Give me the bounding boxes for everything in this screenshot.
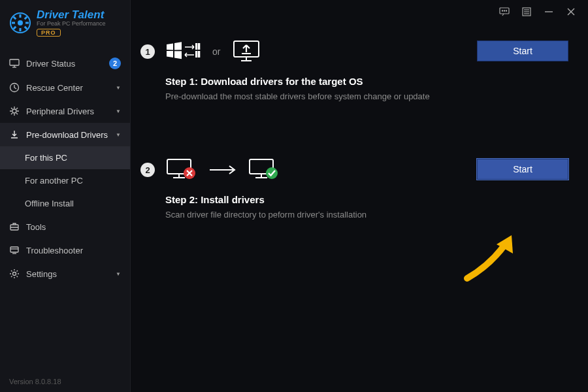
minimize-button[interactable]	[544, 7, 554, 17]
svg-rect-3	[20, 28, 22, 31]
svg-rect-2	[20, 14, 22, 18]
button-label: Start	[513, 46, 532, 56]
sidebar-item-peripheral-drivers[interactable]: Peripheral Drivers ▼	[0, 99, 130, 123]
svg-point-21	[502, 10, 502, 11]
os-switch-icon	[165, 41, 201, 63]
step-1-block: 1	[134, 37, 568, 103]
troubleshoot-icon	[9, 245, 20, 255]
step-2-start-button[interactable]: Start	[477, 159, 568, 180]
app-logo: Driver Talent For Peak PC Performance PR…	[0, 0, 130, 43]
annotation-arrow-icon	[461, 233, 519, 285]
svg-rect-32	[198, 43, 200, 50]
svg-rect-33	[195, 51, 197, 57]
close-button[interactable]	[566, 7, 576, 17]
sidebar-item-tools[interactable]: Tools	[0, 215, 130, 238]
pro-badge: PRO	[37, 29, 61, 37]
svg-point-1	[18, 20, 23, 25]
monitor-icon	[9, 58, 20, 69]
sidebar-item-label: Rescue Center	[26, 83, 109, 93]
arrow-right-icon	[208, 165, 236, 175]
sidebar-nav: Driver Status 2 Rescue Center ▼	[0, 51, 130, 371]
sidebar-item-troubleshooter[interactable]: Troubleshooter	[0, 238, 130, 262]
chevron-down-icon: ▼	[116, 85, 121, 91]
svg-point-23	[506, 10, 506, 11]
download-icon	[9, 129, 20, 140]
monitor-upload-icon	[232, 39, 261, 64]
step-number: 2	[140, 163, 155, 177]
sidebar-item-label: Tools	[26, 222, 121, 232]
monitor-error-icon	[165, 157, 197, 182]
sidebar-item-driver-status[interactable]: Driver Status 2	[0, 51, 130, 76]
sidebar-item-label: Peripheral Drivers	[26, 106, 109, 116]
sidebar-subitem-label: For this PC	[25, 153, 67, 163]
main-panel: 1	[131, 0, 588, 392]
svg-point-22	[504, 10, 504, 11]
driver-status-badge: 2	[109, 57, 121, 69]
or-label: or	[212, 46, 220, 57]
svg-rect-4	[12, 22, 15, 24]
svg-rect-10	[10, 59, 19, 65]
monitor-success-icon	[248, 157, 279, 182]
step-2-title: Step 2: Install drivers	[165, 194, 466, 205]
logo-gear-icon	[9, 12, 31, 34]
sidebar-item-label: Driver Status	[26, 59, 103, 69]
sidebar-subitem-for-another-pc[interactable]: For another PC	[0, 169, 130, 192]
titlebar	[131, 0, 588, 24]
sidebar-subitem-for-this-pc[interactable]: For this PC	[0, 146, 130, 169]
feedback-icon[interactable]	[499, 7, 510, 17]
chevron-down-icon: ▼	[116, 271, 121, 277]
sidebar-item-label: Settings	[26, 269, 109, 279]
chevron-down-icon: ▼	[116, 132, 121, 138]
svg-rect-5	[25, 22, 29, 24]
clock-restore-icon	[9, 82, 20, 93]
sidebar-item-rescue-center[interactable]: Rescue Center ▼	[0, 76, 130, 99]
step-1-title: Step 1: Download drivers for the target …	[165, 76, 466, 87]
step-number: 1	[140, 44, 155, 59]
sidebar-subitem-label: For another PC	[25, 176, 83, 186]
chevron-down-icon: ▼	[116, 108, 121, 114]
gear-icon	[9, 269, 20, 279]
device-icon	[9, 106, 20, 116]
sidebar-item-label: Pre-download Drivers	[26, 130, 109, 140]
menu-icon[interactable]	[521, 7, 532, 17]
toolbox-icon	[9, 221, 20, 232]
button-label: Start	[513, 164, 532, 174]
step-2-desc: Scan driver file directory to peform dri…	[165, 209, 466, 221]
step-2-block: 2	[134, 155, 568, 221]
sidebar-subitem-label: Offline Install	[25, 199, 74, 208]
step-1-start-button[interactable]: Start	[477, 41, 568, 61]
sidebar-item-pre-download-drivers[interactable]: Pre-download Drivers ▼	[0, 123, 130, 146]
svg-rect-34	[198, 51, 200, 57]
sidebar-item-label: Troubleshooter	[26, 246, 121, 255]
svg-point-19	[13, 272, 16, 276]
logo-title: Driver Talent	[37, 9, 106, 20]
logo-subtitle: For Peak PC Performance	[37, 20, 106, 27]
svg-point-14	[12, 109, 16, 113]
sidebar-item-settings[interactable]: Settings ▼	[0, 262, 130, 286]
svg-rect-16	[10, 247, 18, 252]
step-1-desc: Pre-download the most stable drivers bef…	[165, 91, 466, 103]
sidebar: Driver Talent For Peak PC Performance PR…	[0, 0, 131, 392]
svg-rect-31	[195, 43, 197, 50]
version-label: Version 8.0.8.18	[0, 371, 130, 392]
sidebar-subitem-offline-install[interactable]: Offline Install	[0, 192, 130, 215]
